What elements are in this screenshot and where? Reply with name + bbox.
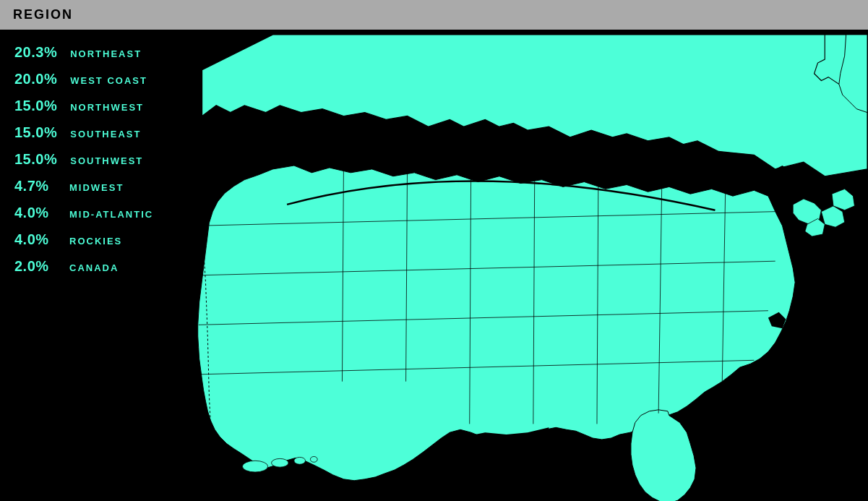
svg-point-13 [294,457,306,464]
legend-pct: 4.0% [14,231,56,248]
legend-item: 2.0%CANADA [14,258,195,275]
legend-label: NORTHEAST [70,48,142,59]
legend-pct: 4.0% [14,205,56,221]
us-canada-map [188,22,867,501]
legend-label: SOUTHWEST [70,155,143,166]
legend-label: CANADA [69,262,119,273]
svg-point-11 [242,461,267,472]
legend-item: 20.3%NORTHEAST [14,44,195,61]
svg-point-12 [272,458,289,467]
legend-label: SOUTHEAST [70,129,141,140]
legend-pct: 20.0% [14,71,57,87]
legend-pct: 20.3% [14,44,57,61]
header-title: REGION [13,7,73,22]
legend-label: MIDWEST [69,182,124,193]
page-container: REGION 20.3%NORTHEAST20.0%WEST COAST15.0… [0,0,868,501]
legend-item: 4.7%MIDWEST [14,178,195,194]
legend: 20.3%NORTHEAST20.0%WEST COAST15.0%NORTHW… [0,30,210,499]
legend-pct: 15.0% [14,124,57,141]
legend-item: 15.0%NORTHWEST [14,98,195,114]
legend-label: MID-ATLANTIC [69,209,153,220]
svg-point-14 [310,456,317,462]
legend-item: 15.0%SOUTHWEST [14,151,195,168]
legend-pct: 2.0% [14,258,56,275]
legend-item: 4.0%ROCKIES [14,231,195,248]
content-area: 20.3%NORTHEAST20.0%WEST COAST15.0%NORTHW… [0,30,868,499]
legend-pct: 15.0% [14,151,57,168]
legend-pct: 4.7% [14,178,56,194]
legend-label: NORTHWEST [70,102,144,113]
legend-label: ROCKIES [69,236,122,247]
legend-item: 4.0%MID-ATLANTIC [14,205,195,221]
legend-label: WEST COAST [70,75,147,86]
legend-item: 15.0%SOUTHEAST [14,124,195,141]
map-area [210,30,868,499]
legend-pct: 15.0% [14,98,57,114]
legend-item: 20.0%WEST COAST [14,71,195,87]
